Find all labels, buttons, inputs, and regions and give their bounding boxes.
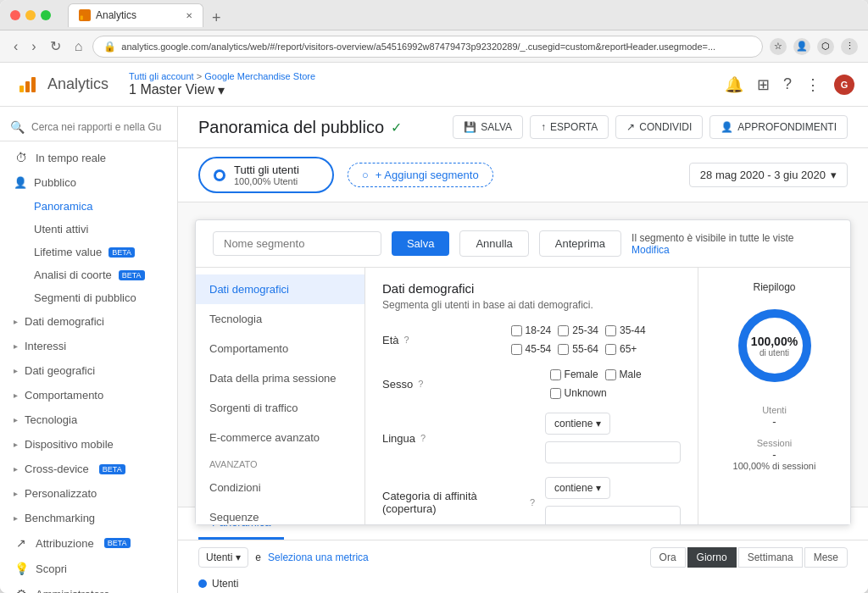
sidebar-parent-pubblico[interactable]: 👤 Pubblico [0,170,177,195]
plus-icon: ○ [362,169,369,181]
sidebar-item-scopri[interactable]: 💡 Scopri [0,556,177,581]
breadcrumb-link1[interactable]: Tutti gli account [129,71,194,81]
sidebar-item-comportamento[interactable]: ▸ Comportamento [0,383,177,407]
categoria-contains-select[interactable]: contiene ▾ [545,477,610,499]
time-btn-mese[interactable]: Mese [804,547,848,568]
share-button[interactable]: ↗ CONDIVIDI [615,115,703,139]
sidebar-item-mobile[interactable]: ▸ Dispositivo mobile [0,432,177,457]
age-18-24[interactable]: 18-24 [511,324,552,336]
sidebar-label-lifetime: Lifetime value [34,246,102,258]
sex-unknown[interactable]: Unknown [550,387,607,399]
close-button[interactable] [10,10,20,20]
age-25-34[interactable]: 25-34 [558,324,598,336]
insights-button[interactable]: 👤 APPROFONDIMENTI [709,115,848,139]
modifica-link[interactable]: Modifica [632,244,670,256]
profile-icon[interactable]: 👤 [793,38,810,55]
sex-female[interactable]: Female [550,369,598,380]
age-help-icon[interactable]: ? [404,335,409,345]
sidebar-item-panoramica[interactable]: Panoramica [0,195,177,218]
forward-button[interactable]: › [28,36,39,58]
tab-close-button[interactable]: ✕ [186,11,192,20]
sidebar-item-personalizzato[interactable]: ▸ Personalizzato [0,481,177,506]
age-65plus[interactable]: 65+ [605,343,637,355]
sidebar-item-tecnologia[interactable]: ▸ Tecnologia [0,407,177,432]
sidebar-item-cross-device[interactable]: ▸ Cross-device BETA [0,457,177,481]
sidebar-label-geografici: Dati geografici [25,364,95,377]
modal-nav-prima-sessione[interactable]: Data della prima sessione [196,363,364,393]
lingua-text-input[interactable] [545,441,681,463]
modal-cancel-button[interactable]: Annulla [459,230,528,257]
utenti-label: Utenti [762,405,787,415]
add-segment-button[interactable]: ○ + Aggiungi segmento [348,163,493,187]
reload-button[interactable]: ↻ [47,35,64,58]
sidebar-item-realtime[interactable]: ⏱ In tempo reale [0,145,177,170]
categoria-text-input[interactable] [545,506,681,524]
modal-nav-tecnologia[interactable]: Tecnologia [196,304,364,334]
lingua-controls: contiene ▾ [545,413,681,463]
age-35-44[interactable]: 35-44 [605,324,646,336]
modal-nav-comportamento[interactable]: Comportamento [196,334,364,363]
modal-preview-button[interactable]: Anteprima [539,230,621,257]
sidebar-label-cross: Cross-device [25,463,89,475]
segment-pill[interactable]: Tutti gli utenti 100,00% Utenti [198,157,334,193]
age-55-64[interactable]: 55-64 [558,343,598,355]
segment-name-input[interactable] [213,231,381,256]
save-button[interactable]: 💾 SALVA [453,115,523,139]
sidebar-item-geografici[interactable]: ▸ Dati geografici [0,358,177,383]
more-options-icon[interactable]: ⋮ [805,75,821,94]
summary-sessioni: Sessioni - 100,00% di sessioni [733,438,816,471]
donut-label: di utenti [751,348,798,357]
home-button[interactable]: ⌂ [71,36,86,58]
sidebar-item-dati-demografici[interactable]: ▸ Dati demografici [0,309,177,334]
chevron-down-cat-icon: ▾ [596,482,601,494]
url-text: analytics.google.com/analytics/web/#/rep… [121,42,715,52]
modal-nav-sorgenti[interactable]: Sorgenti di traffico [196,393,364,423]
time-btn-ora[interactable]: Ora [650,547,686,568]
time-btn-settimana[interactable]: Settimana [738,547,803,568]
categoria-help-icon[interactable]: ? [530,497,535,507]
sidebar-item-interessi[interactable]: ▸ Interessi [0,334,177,358]
lingua-contains-select[interactable]: contiene ▾ [545,413,610,435]
sidebar-item-attribuzione[interactable]: ↗ Attribuzione BETA [0,530,177,556]
metric-select[interactable]: Utenti ▾ [198,547,248,568]
minimize-button[interactable] [25,10,36,20]
help-icon[interactable]: ? [783,75,792,93]
search-input[interactable] [31,121,167,133]
date-range-selector[interactable]: 28 mag 2020 - 3 giu 2020 ▾ [689,163,848,187]
seleziona-metrica-link[interactable]: Seleziona una metrica [268,551,369,563]
new-tab-button[interactable]: + [205,9,228,27]
extensions-icon[interactable]: ⬡ [817,38,834,55]
sidebar-item-coorte[interactable]: Analisi di coorte BETA [0,263,177,286]
sex-help-icon[interactable]: ? [418,379,423,389]
search-icon: 🔍 [10,120,25,134]
content-area: Panoramica del pubblico ✓ 💾 SALVA ↑ ESPO… [178,107,868,593]
modal-nav-dati-demografici[interactable]: Dati demografici [196,274,364,304]
active-tab[interactable]: Analytics ✕ [68,3,203,27]
logo-icon [14,71,41,98]
modal-nav-ecommerce[interactable]: E-commerce avanzato [196,423,364,452]
lingua-help-icon[interactable]: ? [420,433,426,443]
url-field[interactable]: 🔒 analytics.google.com/analytics/web/#/r… [92,36,763,58]
sidebar-item-utenti-attivi[interactable]: Utenti attivi [0,218,177,241]
modal-body: Dati demografici Tecnologia Comportament… [196,268,850,524]
maximize-button[interactable] [41,10,51,20]
master-view-selector[interactable]: 1 Master View ▾ [129,82,315,98]
notifications-icon[interactable]: 🔔 [725,75,743,94]
sex-male[interactable]: Male [605,369,642,380]
sidebar-item-amministratore[interactable]: ⚙ Amministratore [0,581,177,593]
modal-nav-sequenze[interactable]: Sequenze [196,502,364,524]
age-45-54[interactable]: 45-54 [511,343,552,355]
apps-grid-icon[interactable]: ⊞ [757,75,770,94]
sidebar-item-segmenti[interactable]: Segmenti di pubblico [0,286,177,309]
bookmark-icon[interactable]: ☆ [770,38,787,55]
back-button[interactable]: ‹ [10,36,21,58]
time-btn-giorno[interactable]: Giorno [687,547,737,568]
chrome-menu-icon[interactable]: ⋮ [841,38,858,55]
modal-nav-condizioni[interactable]: Condizioni [196,473,364,502]
sidebar-item-lifetime-value[interactable]: Lifetime value BETA [0,241,177,263]
breadcrumb-link2[interactable]: Google Merchandise Store [204,71,315,81]
sidebar-item-benchmarking[interactable]: ▸ Benchmarking [0,506,177,530]
export-button[interactable]: ↑ ESPORTA [530,115,609,139]
avatar[interactable]: G [834,75,854,95]
modal-save-button[interactable]: Salva [392,231,450,256]
